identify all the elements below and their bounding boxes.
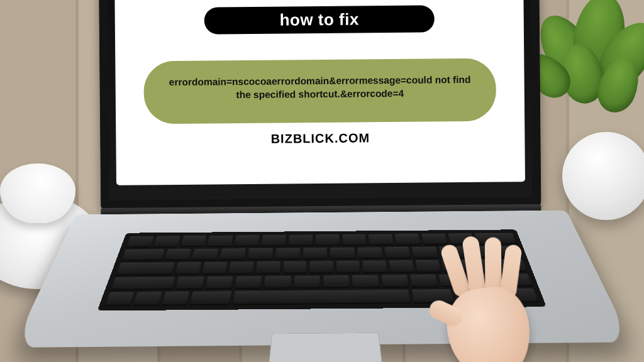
site-watermark: BIZBLICK.COM: [271, 131, 370, 146]
laptop-trackpad: [267, 332, 384, 362]
laptop-screen: how to fix errordomain=nscocoaerrordomai…: [114, 0, 525, 185]
laptop-keyboard: [97, 229, 547, 310]
error-message-pill: errordomain=nscocoaerrordomain&errormess…: [143, 58, 496, 124]
coffee-cup: [0, 163, 75, 223]
laptop: how to fix errordomain=nscocoaerrordomai…: [80, 0, 562, 362]
plant-pot: [562, 132, 644, 220]
title-pill: how to fix: [204, 5, 435, 34]
photo-scene: how to fix errordomain=nscocoaerrordomai…: [0, 0, 644, 362]
